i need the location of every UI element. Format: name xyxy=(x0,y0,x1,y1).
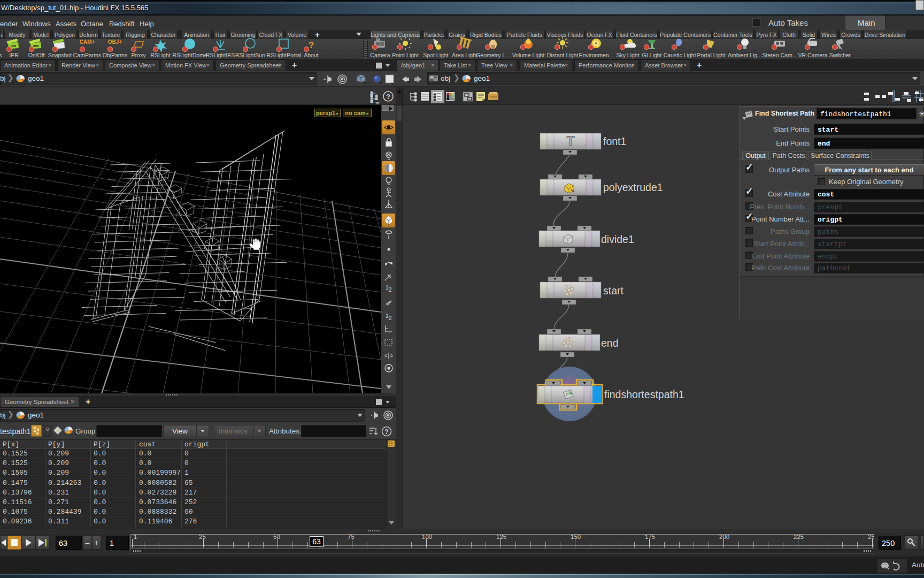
svg-text:CAM+: CAM+ xyxy=(80,39,95,45)
svg-text:divide1: divide1 xyxy=(601,233,634,245)
svg-text:font1: font1 xyxy=(603,135,626,147)
svg-text:findshortestpath1: findshortestpath1 xyxy=(604,389,684,400)
svg-text:?: ? xyxy=(386,93,390,101)
svg-text:2: 2 xyxy=(389,287,392,293)
svg-text:T: T xyxy=(567,134,575,148)
svg-text:?: ? xyxy=(384,428,388,436)
svg-text:IPR: IPR xyxy=(33,44,39,48)
svg-text:OBJ+: OBJ+ xyxy=(108,39,122,45)
svg-text:?: ? xyxy=(309,40,314,50)
svg-text:2: 2 xyxy=(389,315,392,321)
svg-text:start: start xyxy=(603,285,624,296)
svg-text:end: end xyxy=(601,337,619,349)
svg-text:IPR: IPR xyxy=(11,44,17,48)
svg-text:polyextrude1: polyextrude1 xyxy=(603,181,663,193)
